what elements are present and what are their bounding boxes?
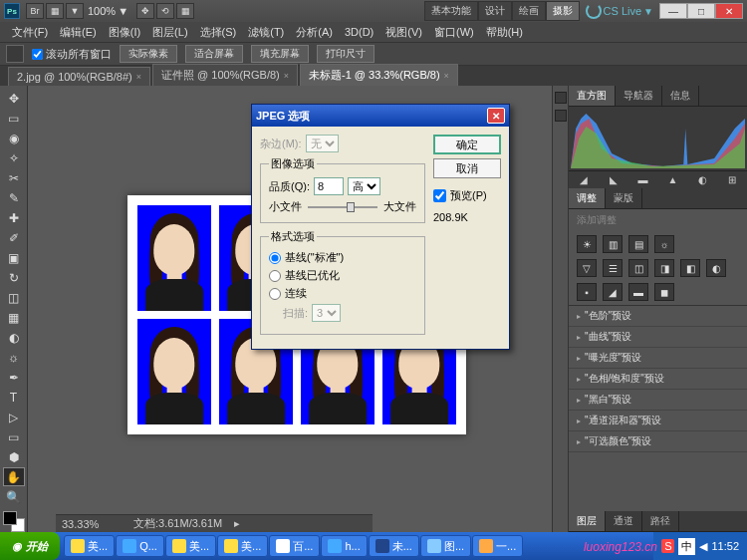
zoom-tool[interactable]: 🔍 — [3, 487, 25, 506]
preset-hue[interactable]: "色相/饱和度"预设 — [569, 369, 747, 390]
workspace-design[interactable]: 设计 — [478, 1, 512, 21]
levels-icon[interactable]: ▥ — [603, 235, 622, 253]
quality-preset-select[interactable]: 高 — [348, 177, 380, 195]
rotate-icon[interactable]: ⟲ — [156, 3, 174, 19]
color-swatches[interactable] — [3, 511, 25, 532]
quality-input[interactable] — [314, 177, 344, 195]
hand-icon[interactable]: ✥ — [136, 3, 154, 19]
zoom-display[interactable]: 100%▼ — [88, 5, 130, 17]
mini-bridge-icon[interactable]: ▦ — [46, 3, 64, 19]
doc-tab-2[interactable]: 未标题-1 @ 33.3%(RGB/8)× — [300, 64, 458, 86]
photo-filter-icon[interactable]: ◧ — [680, 259, 700, 277]
progressive-radio[interactable]: 连续 — [269, 286, 416, 301]
taskbar-item[interactable]: 百... — [269, 535, 320, 557]
fit-screen-button[interactable]: 适合屏幕 — [185, 45, 243, 63]
taskbar-item[interactable]: 一... — [472, 535, 523, 557]
taskbar-item[interactable]: Q... — [116, 535, 164, 557]
cancel-button[interactable]: 取消 — [433, 158, 501, 178]
brightness-icon[interactable]: ☀ — [577, 235, 597, 253]
tab-navigator[interactable]: 导航器 — [616, 86, 662, 106]
ime-icon[interactable]: 中 — [678, 538, 695, 555]
zoom-value[interactable]: 33.33% — [62, 518, 122, 530]
tab-adjustments[interactable]: 调整 — [569, 188, 606, 208]
menu-view[interactable]: 视图(V) — [379, 23, 428, 42]
path-tool[interactable]: ▷ — [3, 409, 25, 427]
fill-screen-button[interactable]: 填充屏幕 — [251, 45, 309, 63]
ok-button[interactable]: 确定 — [433, 135, 501, 154]
menu-3d[interactable]: 3D(D) — [339, 24, 379, 40]
minimize-button[interactable]: — — [659, 3, 687, 19]
histogram-icon[interactable]: ◢ — [576, 173, 592, 187]
menu-edit[interactable]: 编辑(E) — [54, 23, 103, 42]
blur-tool[interactable]: ◐ — [3, 329, 25, 348]
preset-curves[interactable]: "曲线"预设 — [569, 327, 747, 348]
histogram-icon[interactable]: ◐ — [694, 173, 710, 187]
doc-tab-0[interactable]: 2.jpg @ 100%(RGB/8#)× — [8, 67, 150, 86]
menu-analysis[interactable]: 分析(A) — [290, 23, 339, 42]
color-balance-icon[interactable]: ◫ — [628, 259, 648, 277]
exposure-icon[interactable]: ☼ — [654, 235, 674, 253]
pen-tool[interactable]: ✒ — [3, 369, 25, 388]
preview-checkbox[interactable]: 预览(P) — [433, 188, 501, 203]
crop-tool[interactable]: ✂ — [3, 169, 25, 188]
tab-histogram[interactable]: 直方图 — [569, 86, 616, 106]
actual-pixels-button[interactable]: 实际像素 — [120, 45, 177, 63]
close-icon[interactable]: × — [284, 71, 289, 81]
scroll-all-windows-checkbox[interactable]: 滚动所有窗口 — [32, 47, 112, 62]
hand-tool[interactable]: ✋ — [3, 467, 25, 486]
menu-file[interactable]: 文件(F) — [6, 23, 54, 42]
extras-icon[interactable]: ▦ — [176, 3, 194, 19]
tray-icon[interactable]: S — [661, 539, 674, 553]
heal-tool[interactable]: ✚ — [3, 209, 25, 228]
close-button[interactable]: ✕ — [715, 3, 743, 19]
menu-layer[interactable]: 图层(L) — [146, 23, 193, 42]
doc-tab-1[interactable]: 证件照 @ 100%(RGB/8)× — [152, 64, 298, 86]
workspace-essentials[interactable]: 基本功能 — [424, 1, 478, 21]
histogram-icon[interactable]: ◣ — [606, 173, 622, 187]
3d-tool[interactable]: ⬢ — [3, 447, 25, 466]
menu-filter[interactable]: 滤镜(T) — [242, 23, 290, 42]
quality-slider[interactable] — [308, 200, 377, 214]
workspace-photography[interactable]: 摄影 — [546, 1, 580, 21]
menu-help[interactable]: 帮助(H) — [480, 23, 529, 42]
preset-selective-color[interactable]: "可选颜色"预设 — [569, 431, 747, 452]
baseline-radio[interactable]: 基线("标准") — [269, 250, 416, 265]
brush-tool[interactable]: ✐ — [3, 229, 25, 248]
invert-icon[interactable]: ▪ — [577, 283, 597, 301]
collapsed-panel-icon[interactable] — [555, 110, 567, 122]
taskbar-item[interactable]: 美... — [217, 535, 268, 557]
collapsed-panel-icon[interactable] — [555, 92, 567, 104]
start-button[interactable]: ◉开始 — [0, 532, 60, 560]
histogram-icon[interactable]: ▬ — [635, 173, 651, 187]
bw-icon[interactable]: ◨ — [654, 259, 674, 277]
bridge-icon[interactable]: Br — [26, 3, 44, 19]
maximize-button[interactable]: □ — [687, 3, 715, 19]
move-tool[interactable]: ✥ — [3, 90, 25, 109]
stamp-tool[interactable]: ▣ — [3, 249, 25, 268]
threshold-icon[interactable]: ▬ — [628, 283, 648, 301]
history-brush-tool[interactable]: ↻ — [3, 269, 25, 288]
eraser-tool[interactable]: ◫ — [3, 289, 25, 308]
clock[interactable]: 11:52 — [711, 540, 739, 552]
channel-mixer-icon[interactable]: ◐ — [706, 259, 726, 277]
taskbar-item[interactable]: 美... — [64, 535, 115, 557]
gradient-tool[interactable]: ▦ — [3, 309, 25, 328]
histogram-icon[interactable]: ▲ — [664, 173, 680, 187]
tab-layers[interactable]: 图层 — [569, 511, 606, 531]
vibrance-icon[interactable]: ▽ — [577, 259, 597, 277]
preset-exposure[interactable]: "曝光度"预设 — [569, 348, 747, 369]
histogram-icon[interactable]: ⊞ — [724, 173, 740, 187]
marquee-tool[interactable]: ▭ — [3, 110, 25, 129]
baseline-optimized-radio[interactable]: 基线已优化 — [269, 268, 416, 283]
dialog-close-button[interactable]: ✕ — [487, 108, 505, 124]
close-icon[interactable]: × — [136, 72, 141, 82]
type-tool[interactable]: T — [3, 389, 25, 408]
curves-icon[interactable]: ▤ — [628, 235, 648, 253]
taskbar-item[interactable]: 未... — [369, 535, 419, 557]
eyedropper-tool[interactable]: ✎ — [3, 189, 25, 208]
close-icon[interactable]: × — [444, 71, 449, 81]
menu-select[interactable]: 选择(S) — [194, 23, 243, 42]
shape-tool[interactable]: ▭ — [3, 427, 25, 446]
system-tray[interactable]: S 中 ◀ 11:52 — [653, 532, 747, 560]
tray-arrow-icon[interactable]: ◀ — [699, 540, 707, 553]
